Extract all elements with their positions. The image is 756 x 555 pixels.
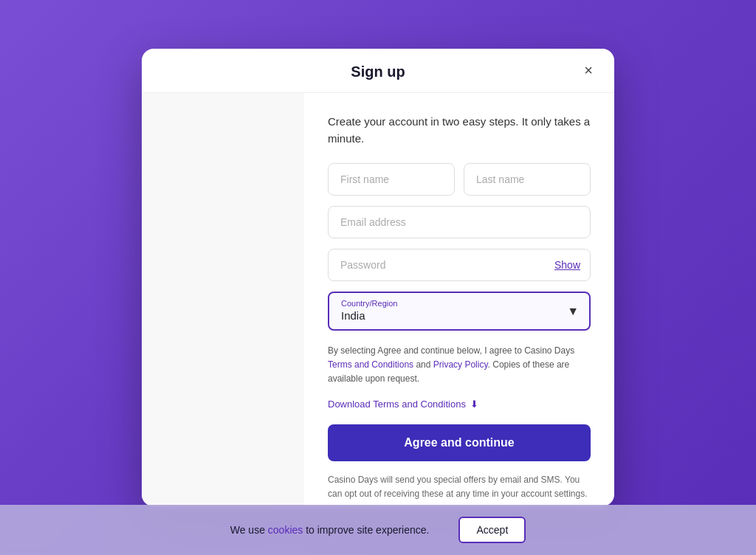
last-name-input[interactable] — [464, 163, 591, 196]
modal-title: Sign up — [351, 63, 405, 80]
cookie-text: We use cookies to improve site experienc… — [230, 524, 430, 536]
terms-text: By selecting Agree and continue below, I… — [328, 344, 591, 387]
first-name-input[interactable] — [328, 163, 455, 196]
privacy-policy-link[interactable]: Privacy Policy — [433, 359, 488, 370]
modal-left-panel — [142, 93, 304, 506]
modal-header: Sign up × — [142, 49, 614, 93]
country-label: Country/Region — [341, 299, 577, 308]
cookie-link[interactable]: cookies — [268, 524, 303, 536]
cookie-banner: We use cookies to improve site experienc… — [0, 505, 756, 555]
modal-overlay: Sign up × Create your account in two eas… — [0, 0, 756, 555]
modal-body: Create your account in two easy steps. I… — [142, 93, 614, 506]
accept-cookies-button[interactable]: Accept — [458, 517, 526, 543]
name-row — [328, 163, 591, 196]
download-icon: ⬇ — [470, 399, 478, 410]
signup-modal: Sign up × Create your account in two eas… — [142, 49, 614, 506]
close-button[interactable]: × — [577, 60, 599, 82]
country-value: India — [341, 309, 577, 322]
terms-conditions-link[interactable]: Terms and Conditions — [328, 359, 413, 370]
terms-pre: By selecting Agree and continue below, I… — [328, 345, 574, 356]
subtitle-text: Create your account in two easy steps. I… — [328, 114, 591, 147]
cookie-post: to improve site experience. — [303, 524, 429, 536]
email-input[interactable] — [328, 206, 591, 238]
download-label: Download Terms and Conditions — [328, 399, 466, 410]
password-wrapper: Show — [328, 249, 591, 281]
agree-continue-button[interactable]: Agree and continue — [328, 424, 591, 461]
modal-right-panel: Create your account in two easy steps. I… — [304, 93, 614, 506]
sms-disclaimer: Casino Days will send you special offers… — [328, 473, 591, 501]
password-input[interactable] — [328, 249, 591, 281]
download-terms-link[interactable]: Download Terms and Conditions ⬇ — [328, 399, 478, 410]
cookie-pre: We use — [230, 524, 268, 536]
terms-and: and — [413, 359, 433, 370]
show-password-button[interactable]: Show — [554, 259, 580, 271]
email-wrapper — [328, 206, 591, 238]
country-select[interactable]: Country/Region India ▼ — [328, 292, 591, 331]
